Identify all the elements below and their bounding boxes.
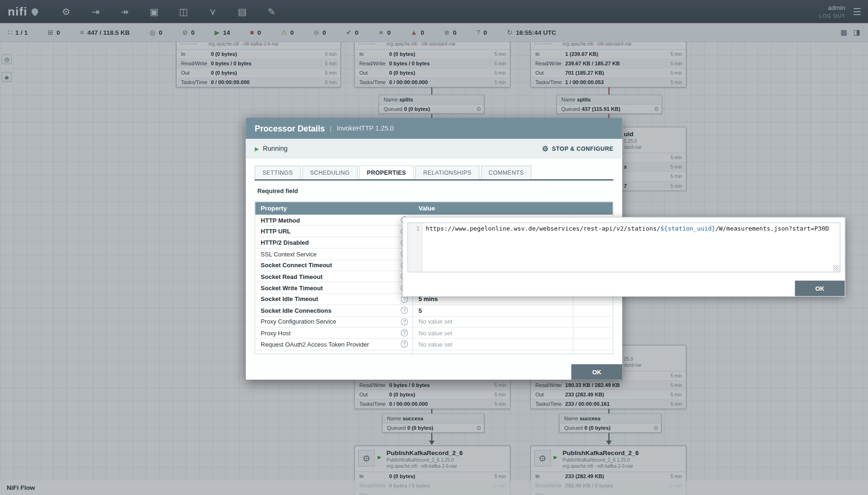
value-editor-popup: 1 https://www.pegelonline.wsv.de/webserv… [403,217,845,297]
property-name-cell: SSL Context Service ? [255,248,413,259]
property-name: Proxy Configuration Service [261,318,336,325]
dialog-tabs: SETTINGSSCHEDULINGPROPERTIESRELATIONSHIP… [255,165,613,180]
property-name-cell: Socket Idle Timeout ? [255,294,413,305]
tab-relationships[interactable]: RELATIONSHIPS [415,165,479,179]
property-name-cell: Proxy Host ? [255,328,413,339]
dialog-title: Processor Details [255,124,325,133]
property-value[interactable] [413,350,574,355]
help-icon: ? [401,340,408,348]
property-name-cell: Request OAuth2 Access Token Provider ? [255,339,413,350]
property-row-spacer [574,339,613,350]
property-name: Socket Connect Timeout [261,262,332,269]
property-name: Socket Write Timeout [261,285,323,291]
property-name-cell [255,350,413,355]
stage: nifi ⚙⇥↠▣◫⋎▤✎ admin LOG OUT ☰ ∷ 1 / 1 ⊞ … [0,0,868,495]
property-row[interactable]: Socket Idle Connections ? 5 [255,305,612,317]
property-row-spacer [574,328,613,339]
stop-configure-icon: ⚙ [542,144,549,153]
help-icon: ? [401,329,408,336]
property-column-header: Property [255,202,413,215]
property-name: HTTP Method [261,217,300,224]
tab-settings[interactable]: SETTINGS [255,165,301,179]
property-row[interactable] [255,350,612,355]
value-editor[interactable]: 1 https://www.pegelonline.wsv.de/webserv… [407,223,840,272]
editor-ok-button[interactable]: OK [795,281,845,296]
resize-handle[interactable] [833,265,839,271]
url-suffix-text: /W/measurements.json?start=P30D [715,225,829,232]
property-value[interactable]: No value set [413,339,574,350]
property-row-spacer [574,350,613,355]
stop-configure-button[interactable]: ⚙ STOP & CONFIGURE [542,144,613,153]
expression-language-text: ${station_uuid} [660,225,715,232]
value-column-header: Value [413,202,574,215]
property-row[interactable]: Request OAuth2 Access Token Provider ? N… [255,339,612,350]
property-name-cell: HTTP Method ? [255,215,413,225]
property-name: Socket Read Timeout [261,273,323,280]
running-icon: ▶ [255,145,259,151]
dialog-header[interactable]: Processor Details | InvokeHTTP 1.25.0 [246,118,622,139]
tab-scheduling[interactable]: SCHEDULING [302,165,357,179]
dialog-status-bar: ▶ Running ⚙ STOP & CONFIGURE [246,139,622,158]
property-row[interactable]: Proxy Host ? No value set [255,328,612,339]
property-name-cell: Socket Connect Timeout ? [255,260,413,271]
property-value[interactable]: 5 [413,305,574,316]
line-number-gutter: 1 [408,223,423,272]
properties-table-header: Property Value [255,202,612,215]
property-row-spacer [574,305,613,316]
property-value[interactable]: No value set [413,317,574,327]
property-row[interactable]: Proxy Configuration Service ? No value s… [255,317,612,328]
run-state-label: Running [263,145,287,153]
tab-comments[interactable]: COMMENTS [481,165,532,179]
line-number: 1 [416,225,419,232]
property-name-cell: Socket Read Timeout ? [255,271,413,282]
property-name-cell: HTTP/2 Disabled ? [255,237,413,248]
property-row-spacer [574,317,613,327]
value-editor-text[interactable]: https://www.pegelonline.wsv.de/webservic… [422,223,840,272]
property-name: Socket Idle Connections [261,307,332,314]
property-name: Request OAuth2 Access Token Provider [261,341,369,348]
property-value[interactable]: No value set [413,328,574,339]
property-name: HTTP/2 Disabled [261,240,309,246]
help-icon: ? [401,307,408,314]
required-field-label: Required field [257,188,298,194]
property-name-cell: Socket Write Timeout ? [255,282,413,293]
property-name: HTTP URL [261,228,291,235]
dialog-title-separator: | [330,124,332,133]
tab-properties[interactable]: PROPERTIES [359,165,414,179]
property-name: Socket Idle Timeout [261,296,318,302]
property-name-cell: HTTP URL ? [255,226,413,237]
url-prefix-text: https://www.pegelonline.wsv.de/webservic… [426,225,660,232]
dialog-ok-button[interactable]: OK [571,364,622,379]
property-name-cell: Socket Idle Connections ? [255,305,413,316]
property-name: Proxy Host [261,330,290,336]
run-state: ▶ Running [255,145,287,153]
nifi-application: nifi ⚙⇥↠▣◫⋎▤✎ admin LOG OUT ☰ ∷ 1 / 1 ⊞ … [0,0,868,495]
property-name: SSL Context Service [261,251,317,257]
help-icon: ? [401,318,408,325]
stop-configure-label: STOP & CONFIGURE [552,145,613,152]
property-name-cell: Proxy Configuration Service ? [255,317,413,327]
dialog-subtitle: InvokeHTTP 1.25.0 [337,124,394,132]
